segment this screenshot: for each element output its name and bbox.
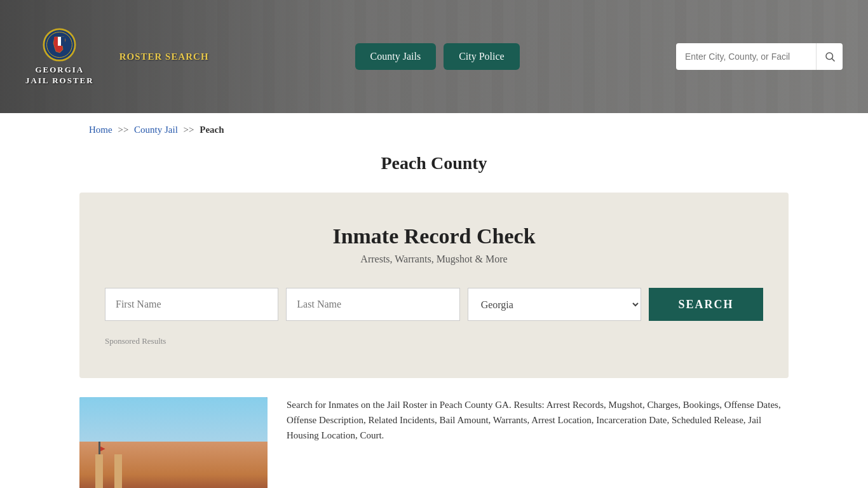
inmate-search-form: AlabamaAlaskaArizonaArkansasCaliforniaCo… <box>105 288 763 321</box>
building-bg <box>79 442 268 488</box>
georgia-seal-icon: ★ <box>42 27 77 62</box>
roster-search-link[interactable]: ROSTER SEARCH <box>119 51 209 62</box>
header-search-input[interactable] <box>676 43 816 70</box>
header-search-area <box>676 43 843 70</box>
svg-rect-4 <box>54 37 58 46</box>
breadcrumb-sep-2: >> <box>184 125 194 135</box>
inmate-search-button[interactable]: SEARCH <box>649 288 763 321</box>
inmate-record-title: Inmate Record Check <box>105 224 763 248</box>
last-name-input[interactable] <box>286 288 459 321</box>
header-search-button[interactable] <box>816 43 843 70</box>
svg-rect-5 <box>58 37 61 46</box>
inmate-record-section: Inmate Record Check Arrests, Warrants, M… <box>79 193 789 378</box>
pillar-1 <box>95 454 103 488</box>
site-logo[interactable]: ★ GEORGIA JAIL ROSTER <box>25 27 94 86</box>
breadcrumb-home[interactable]: Home <box>89 125 112 135</box>
svg-point-8 <box>826 53 833 60</box>
page-title: Peach County <box>0 147 868 193</box>
inmate-record-subtitle: Arrests, Warrants, Mugshot & More <box>105 254 763 265</box>
sponsored-results-label: Sponsored Results <box>105 336 763 346</box>
logo-text: GEORGIA JAIL ROSTER <box>25 65 94 86</box>
state-select[interactable]: AlabamaAlaskaArizonaArkansasCaliforniaCo… <box>468 288 641 321</box>
breadcrumb: Home >> County Jail >> Peach <box>0 113 868 147</box>
bottom-content-area: Search for Inmates on the Jail Roster in… <box>0 378 868 488</box>
county-description: Search for Inmates on the Jail Roster in… <box>287 397 789 443</box>
main-nav: ROSTER SEARCH County Jails City Police <box>119 43 651 70</box>
nav-buttons: County Jails City Police <box>355 43 520 70</box>
site-header: ★ GEORGIA JAIL ROSTER ROSTER SEARCH Coun… <box>0 0 868 113</box>
search-icon <box>824 51 836 62</box>
pillar-2 <box>114 454 122 488</box>
city-police-button[interactable]: City Police <box>444 43 520 70</box>
breadcrumb-county-jail[interactable]: County Jail <box>134 125 178 135</box>
breadcrumb-sep-1: >> <box>118 125 128 135</box>
svg-line-9 <box>832 58 834 61</box>
building-image <box>79 397 268 488</box>
breadcrumb-current: Peach <box>200 125 224 135</box>
svg-rect-6 <box>61 37 65 46</box>
first-name-input[interactable] <box>105 288 278 321</box>
county-jails-button[interactable]: County Jails <box>355 43 437 70</box>
